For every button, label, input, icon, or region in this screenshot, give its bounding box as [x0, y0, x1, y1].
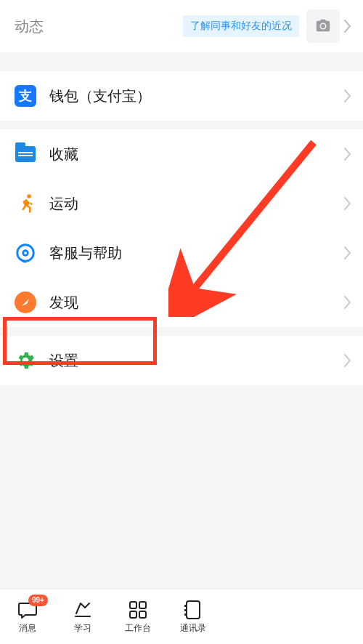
chevron-right-icon	[344, 354, 351, 367]
svg-rect-9	[187, 601, 200, 619]
messages-badge: 99+	[28, 595, 48, 606]
header: 动态 了解同事和好友的近况	[0, 0, 363, 52]
settings-row[interactable]: 设置	[0, 336, 363, 385]
folder-icon	[15, 143, 36, 165]
contacts-icon	[182, 599, 204, 621]
tab-messages-label: 消息	[19, 622, 36, 635]
chevron-right-icon	[344, 89, 351, 102]
chat-icon: 99+	[17, 599, 38, 621]
discover-label: 发现	[49, 293, 344, 313]
svg-point-3	[24, 251, 27, 254]
sport-row[interactable]: 运动	[0, 179, 363, 228]
wallet-row[interactable]: 支 钱包（支付宝）	[0, 71, 363, 121]
help-label: 客服与帮助	[49, 243, 344, 263]
section-wallet: 支 钱包（支付宝）	[0, 71, 363, 121]
svg-rect-12	[184, 613, 187, 616]
header-title: 动态	[15, 17, 183, 36]
tab-contacts-label: 通讯录	[180, 622, 206, 635]
chevron-right-icon[interactable]	[344, 20, 351, 33]
study-icon	[72, 599, 94, 621]
grid-icon	[127, 599, 149, 621]
compass-icon	[15, 291, 36, 313]
tab-study[interactable]: 学习	[55, 599, 110, 635]
favorites-row[interactable]: 收藏	[0, 129, 363, 179]
running-icon	[15, 193, 36, 214]
favorites-label: 收藏	[49, 145, 344, 164]
settings-label: 设置	[49, 351, 344, 371]
chevron-right-icon	[344, 246, 351, 259]
moments-hint[interactable]: 了解同事和好友的近况	[183, 15, 299, 37]
chevron-right-icon	[344, 296, 351, 309]
svg-rect-11	[184, 609, 187, 611]
svg-rect-7	[130, 611, 136, 618]
svg-rect-8	[139, 611, 146, 618]
headset-icon	[15, 242, 36, 264]
section-settings: 设置	[0, 336, 363, 385]
wallet-label: 钱包（支付宝）	[49, 86, 344, 106]
tab-bar: 99+ 消息 学习 工作台 通讯录	[0, 589, 363, 644]
tab-messages[interactable]: 99+ 消息	[0, 599, 55, 635]
gear-icon	[15, 350, 36, 371]
section-middle: 收藏 运动 客服与帮助 发现	[0, 129, 363, 327]
help-row[interactable]: 客服与帮助	[0, 228, 363, 278]
chevron-right-icon	[344, 197, 351, 210]
camera-icon	[315, 18, 331, 34]
tab-contacts[interactable]: 通讯录	[166, 599, 221, 635]
svg-rect-10	[184, 605, 187, 607]
camera-button[interactable]	[306, 9, 340, 43]
svg-point-0	[27, 194, 31, 198]
tab-workspace-label: 工作台	[125, 622, 151, 635]
discover-row[interactable]: 发现	[0, 278, 363, 327]
svg-rect-5	[130, 602, 136, 608]
svg-rect-6	[139, 602, 146, 608]
alipay-icon: 支	[15, 85, 36, 107]
tab-workspace[interactable]: 工作台	[110, 599, 166, 635]
sport-label: 运动	[49, 194, 344, 214]
chevron-right-icon	[344, 148, 351, 161]
tab-study-label: 学习	[74, 622, 91, 635]
